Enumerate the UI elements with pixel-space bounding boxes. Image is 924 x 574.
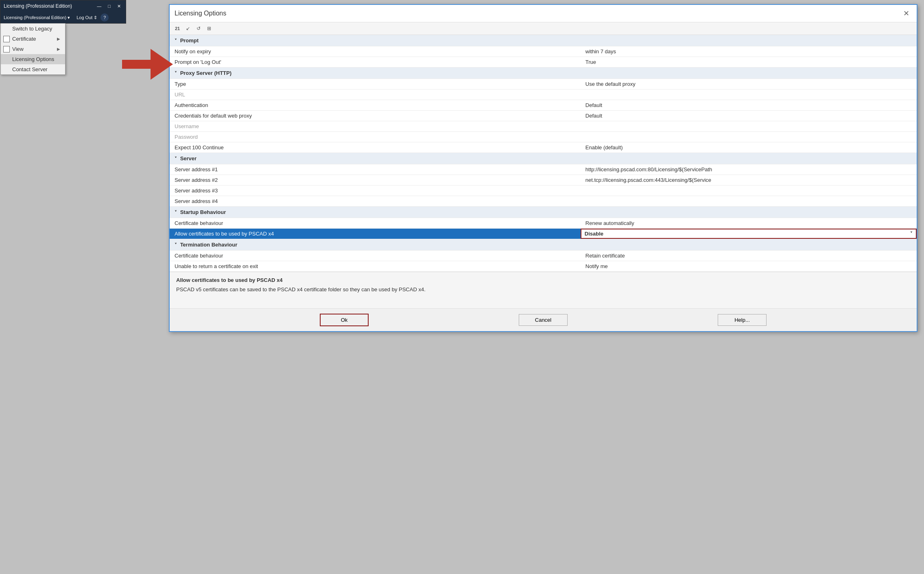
prompt-toggle[interactable]: ˅ — [175, 38, 177, 43]
help-menu[interactable]: ? — [100, 13, 109, 22]
dialog-close-button[interactable]: ✕ — [901, 8, 912, 19]
type-label: Type — [170, 79, 581, 89]
server-toggle[interactable]: ˅ — [175, 156, 177, 161]
disable-value: Disable — [585, 231, 603, 237]
table-row: Type Use the default proxy — [170, 79, 917, 89]
table-row: URL — [170, 89, 917, 100]
table-row: Password — [170, 132, 917, 142]
proxy-toggle[interactable]: ˅ — [175, 71, 177, 76]
dialog-content: ˅ Prompt Notify on expiry within 7 days … — [170, 35, 917, 272]
table-row: Expect 100 Continue Enable (default) — [170, 142, 917, 153]
prompt-label: Prompt — [180, 37, 199, 44]
termination-label: Termination Behaviour — [180, 242, 238, 248]
toolbar-btn-4[interactable]: ⊞ — [205, 24, 214, 33]
app-title: Licensing (Professional Edition) — [4, 3, 72, 9]
server-addr2-value: net.tcp://licensing.pscad.com:443/Licens… — [581, 175, 917, 186]
password-value — [581, 132, 917, 142]
prompt-logout-label: Prompt on 'Log Out' — [170, 57, 581, 68]
notify-expiry-label: Notify on expiry — [170, 46, 581, 57]
startup-label: Startup Behaviour — [180, 209, 226, 215]
notify-expiry-value: within 7 days — [581, 46, 917, 57]
arrow-indicator — [122, 49, 173, 80]
server-addr4-value — [581, 196, 917, 207]
server-addr1-label: Server address #1 — [170, 164, 581, 175]
prompt-section-header: ˅ Prompt — [170, 35, 917, 46]
table-row: Certificate behaviour Renew automaticall… — [170, 218, 917, 229]
credentials-label: Credentials for default web proxy — [170, 111, 581, 121]
description-area: Allow certificates to be used by PSCAD x… — [170, 272, 917, 308]
proxy-section-header: ˅ Proxy Server (HTTP) — [170, 68, 917, 79]
proxy-label: Proxy Server (HTTP) — [180, 70, 232, 76]
help-button[interactable]: Help... — [718, 314, 767, 326]
contact-server-item[interactable]: Contact Server — [1, 64, 65, 74]
table-row: Username — [170, 121, 917, 132]
termination-toggle[interactable]: ˅ — [175, 242, 177, 247]
maximize-button[interactable]: □ — [106, 3, 112, 10]
url-value — [581, 89, 917, 100]
toolbar-icon-2: ↙ — [186, 26, 190, 31]
toolbar-btn-3[interactable]: ↺ — [194, 24, 203, 33]
server-label: Server — [180, 155, 197, 162]
cancel-button[interactable]: Cancel — [519, 314, 568, 326]
username-label: Username — [170, 121, 581, 132]
cert-behaviour-value: Renew automatically — [581, 218, 917, 229]
server-addr3-label: Server address #3 — [170, 186, 581, 196]
dialog-titlebar: Licensing Options ✕ — [170, 5, 917, 22]
dialog-title: Licensing Options — [175, 10, 226, 17]
password-label: Password — [170, 132, 581, 142]
minimize-button[interactable]: — — [95, 3, 103, 10]
unable-return-label: Unable to return a certificate on exit — [170, 261, 581, 272]
view-icon — [3, 46, 10, 52]
disable-dropdown[interactable]: Disable ˅ — [581, 229, 917, 239]
allow-certs-value[interactable]: Disable ˅ — [581, 229, 917, 239]
table-row: Server address #4 — [170, 196, 917, 207]
server-addr1-value: http://licensing.pscad.com:80/Licensing/… — [581, 164, 917, 175]
arrow-head — [151, 49, 173, 80]
dialog-toolbar: 21 ↙ ↺ ⊞ — [170, 22, 917, 35]
table-row: Notify on expiry within 7 days — [170, 46, 917, 57]
server-addr4-label: Server address #4 — [170, 196, 581, 207]
logout-menu[interactable]: Log Out ⇕ — [73, 13, 100, 22]
server-addr2-label: Server address #2 — [170, 175, 581, 186]
cert-behaviour-label: Certificate behaviour — [170, 218, 581, 229]
allow-certs-row[interactable]: Allow certificates to be used by PSCAD x… — [170, 229, 917, 239]
startup-toggle[interactable]: ˅ — [175, 210, 177, 215]
server-addr3-value — [581, 186, 917, 196]
table-row: Server address #2 net.tcp://licensing.ps… — [170, 175, 917, 186]
url-label: URL — [170, 89, 581, 100]
view-item[interactable]: View ▶ — [1, 44, 65, 54]
toolbar-btn-1[interactable]: 21 — [173, 24, 182, 33]
licensing-options-item[interactable]: Licensing Options — [1, 54, 65, 64]
table-row: Credentials for default web proxy Defaul… — [170, 111, 917, 121]
toolbar-icon-3: ↺ — [197, 26, 201, 31]
chevron-right-icon: ▶ — [57, 37, 60, 41]
app-titlebar: Licensing (Professional Edition) — □ ✕ — [0, 0, 126, 12]
auth-value: Default — [581, 100, 917, 111]
toolbar-icon-4: ⊞ — [207, 26, 211, 31]
allow-certs-label: Allow certificates to be used by PSCAD x… — [170, 229, 581, 239]
ok-button[interactable]: Ok — [320, 314, 369, 326]
expect100-value: Enable (default) — [581, 142, 917, 153]
unable-return-value: Notify me — [581, 261, 917, 272]
table-row: Authentication Default — [170, 100, 917, 111]
table-row: Unable to return a certificate on exit N… — [170, 261, 917, 272]
properties-table: ˅ Prompt Notify on expiry within 7 days … — [170, 35, 917, 272]
table-row: Prompt on 'Log Out' True — [170, 57, 917, 68]
certificate-icon — [3, 36, 10, 42]
switch-to-legacy-item[interactable]: Switch to Legacy — [1, 24, 65, 34]
dialog-footer: Ok Cancel Help... — [170, 308, 917, 331]
toolbar-btn-2[interactable]: ↙ — [183, 24, 192, 33]
close-button[interactable]: ✕ — [116, 3, 122, 10]
type-value: Use the default proxy — [581, 79, 917, 89]
licensing-menu[interactable]: Licensing (Professional Edition) ▾ — [0, 13, 73, 22]
table-row: Server address #3 — [170, 186, 917, 196]
table-row: Certificate behaviour Retain certificate — [170, 251, 917, 261]
certificate-item[interactable]: Certificate ▶ — [1, 34, 65, 44]
toolbar-icon-1: 21 — [175, 26, 180, 31]
arrow-body — [122, 60, 151, 69]
description-title: Allow certificates to be used by PSCAD x… — [176, 277, 910, 283]
expect100-label: Expect 100 Continue — [170, 142, 581, 153]
table-row: Server address #1 http://licensing.pscad… — [170, 164, 917, 175]
auth-label: Authentication — [170, 100, 581, 111]
prompt-logout-value: True — [581, 57, 917, 68]
